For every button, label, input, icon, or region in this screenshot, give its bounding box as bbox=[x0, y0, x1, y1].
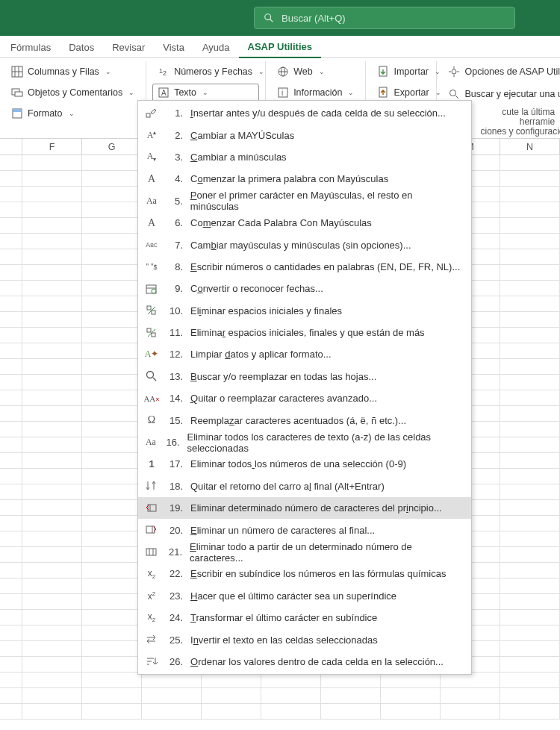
menu-item-label: Invertir el texto en las celdas seleccio… bbox=[190, 634, 378, 646]
menu-item-label: Quitar o reemplazar caracteres avanzado.… bbox=[190, 393, 377, 404]
menu-item-13[interactable]: 13.Buscar y/o reemplazar en todas las ho… bbox=[138, 366, 471, 387]
menu-item-label: Eliminar todos los caracteres de texto (… bbox=[187, 431, 462, 454]
search-run-icon bbox=[448, 88, 460, 100]
omega-icon: Ω bbox=[144, 413, 159, 428]
col-header[interactable]: G bbox=[82, 139, 142, 155]
menu-item-label: Cambiar mayúsculas y minúsculas (sin opc… bbox=[190, 240, 411, 251]
menu-item-7[interactable]: ABC7.Cambiar mayúsculas y minúsculas (si… bbox=[138, 234, 471, 255]
menu-item-10[interactable]: 10.Eliminar espacios iniciales y finales bbox=[138, 300, 471, 322]
menu-item-14[interactable]: AA×14.Quitar o reemplazar caracteres ava… bbox=[138, 387, 471, 409]
informacion-button[interactable]: iInformación⌄ bbox=[272, 84, 359, 102]
menu-item-19[interactable]: 19.Eliminar determinado número de caract… bbox=[138, 497, 471, 519]
svg-point-21 bbox=[452, 69, 456, 74]
menu-item-23[interactable]: x223.Hacer que el último carácter sea un… bbox=[138, 585, 471, 607]
menu-item-6[interactable]: A6.Comenzar Cada Palabra Con Mayúsculas bbox=[138, 212, 471, 234]
texto-button[interactable]: ATexto⌄ bbox=[152, 84, 259, 102]
menu-item-24[interactable]: x224.Transformar el último carácter en s… bbox=[138, 607, 471, 628]
AAx-icon: AA× bbox=[144, 391, 159, 406]
menu-item-17[interactable]: 117.Eliminar todos los números de una se… bbox=[138, 453, 471, 475]
numeros-y-fechas-button[interactable]: 12Números y Fechas⌄ bbox=[152, 63, 259, 81]
menu-item-label: Eliminar un número de caracteres al fina… bbox=[190, 525, 375, 536]
menu-item-3[interactable]: A▾3.Cambiar a minúsculas bbox=[138, 146, 471, 168]
svg-rect-40 bbox=[148, 505, 156, 511]
web-icon bbox=[277, 66, 289, 78]
svg-point-38 bbox=[147, 372, 154, 378]
chevron-down-icon: ⌄ bbox=[128, 89, 134, 96]
svg-rect-35 bbox=[147, 328, 151, 332]
rev-icon bbox=[144, 632, 159, 647]
svg-rect-42 bbox=[146, 526, 155, 533]
menu-item-16[interactable]: Aa16.Eliminar todos los caracteres de te… bbox=[138, 431, 471, 453]
menu-item-label: Cambiar a minúsculas bbox=[190, 152, 287, 163]
menu-item-2[interactable]: A▴2.Cambiar a MAYÚSculas bbox=[138, 124, 471, 146]
svg-point-31 bbox=[152, 289, 156, 293]
opciones-asap-button[interactable]: Opciones de ASAP Utilitie bbox=[443, 63, 560, 81]
svg-line-1 bbox=[270, 19, 273, 22]
menu-item-11[interactable]: 11.Eliminar espacios iniciales, finales … bbox=[138, 322, 471, 343]
menu-item-22[interactable]: x222.Escribir en subíndice los números e… bbox=[138, 563, 471, 584]
menu-item-26[interactable]: 26.Ordenar los valores dentro de cada ce… bbox=[138, 651, 471, 673]
svg-rect-7 bbox=[15, 92, 22, 96]
objetos-y-comentarios-button[interactable]: Objetos y Comentarios⌄ bbox=[6, 84, 140, 102]
menu-item-label: Comenzar la primera palabra con Mayúscul… bbox=[190, 173, 388, 184]
svg-text:A: A bbox=[161, 89, 167, 97]
Adn-icon: A▾ bbox=[144, 149, 159, 164]
menu-item-label: Transformar el último carácter en subínd… bbox=[190, 612, 377, 623]
info-icon: i bbox=[277, 87, 289, 99]
menu-item-18[interactable]: 18.Quitar el retorno del carro al final … bbox=[138, 475, 471, 497]
columnas-y-filas-button[interactable]: Columnas y Filas⌄ bbox=[6, 63, 140, 81]
num$-icon: " "$ bbox=[144, 259, 159, 274]
menu-item-20[interactable]: 20.Eliminar un número de caracteres al f… bbox=[138, 519, 471, 540]
menu-item-8[interactable]: " "$8.Escribir números o cantidades en p… bbox=[138, 256, 471, 278]
formato-button[interactable]: Formato⌄ bbox=[6, 104, 140, 122]
col-header[interactable]: F bbox=[22, 139, 82, 155]
search-box[interactable]: Buscar (Alt+Q) bbox=[254, 7, 515, 29]
col-header[interactable]: N bbox=[500, 139, 560, 155]
tab-revisar[interactable]: Revisar bbox=[103, 37, 154, 57]
texto-dropdown-menu: 1.Insertar antes y/u después de cada cel… bbox=[137, 100, 472, 675]
columns-rows-icon bbox=[11, 66, 23, 78]
svg-point-26 bbox=[450, 90, 456, 96]
tab-ayuda[interactable]: Ayuda bbox=[193, 37, 239, 57]
tab-asap-utilities[interactable]: ASAP Utilities bbox=[239, 37, 321, 58]
importar-button[interactable]: Importar⌄ bbox=[372, 63, 430, 81]
tab-vista[interactable]: Vista bbox=[154, 37, 193, 57]
menu-item-4[interactable]: A4.Comenzar la primera palabra con Mayús… bbox=[138, 168, 471, 190]
delL-icon bbox=[144, 501, 159, 516]
x2d-icon: x2 bbox=[144, 567, 159, 581]
menu-item-15[interactable]: Ω15.Reemplazar caracteres acentuados (á,… bbox=[138, 409, 471, 431]
status-text-2: ciones y configuración bbox=[480, 127, 560, 137]
numbers-dates-icon: 12 bbox=[158, 66, 169, 78]
menu-item-5[interactable]: Aa5.Poner el primer carácter en Mayúscul… bbox=[138, 190, 471, 212]
delM-icon bbox=[144, 545, 159, 560]
Aup-icon: A▴ bbox=[144, 128, 159, 143]
svg-rect-32 bbox=[147, 306, 151, 310]
menu-item-label: Eliminar todo a partir de un determinado… bbox=[190, 541, 462, 564]
menu-item-12[interactable]: A✦12.Limpiar datos y aplicar formato... bbox=[138, 343, 471, 365]
menu-item-label: Cambiar a MAYÚSculas bbox=[190, 130, 294, 141]
svg-text:2: 2 bbox=[163, 69, 167, 77]
A-icon: A bbox=[144, 172, 159, 187]
text-icon: A bbox=[158, 87, 169, 99]
A-icon: A bbox=[144, 216, 159, 231]
chevron-down-icon: ⌄ bbox=[258, 68, 264, 75]
tab-formulas[interactable]: Fórmulas bbox=[1, 37, 60, 57]
search-placeholder: Buscar (Alt+Q) bbox=[281, 13, 346, 24]
title-bar: Buscar (Alt+Q) bbox=[0, 0, 560, 36]
svg-line-39 bbox=[153, 378, 156, 381]
menu-item-label: Buscar y/o reemplazar en todas las hojas… bbox=[190, 371, 376, 382]
svg-rect-28 bbox=[146, 113, 150, 117]
menu-item-9[interactable]: 9.Convertir o reconocer fechas... bbox=[138, 278, 471, 299]
chevron-down-icon: ⌄ bbox=[348, 89, 354, 96]
menu-item-25[interactable]: 25.Invertir el texto en las celdas selec… bbox=[138, 628, 471, 650]
sort-icon bbox=[144, 654, 159, 669]
menu-item-label: Eliminar determinado número de caractere… bbox=[190, 502, 442, 514]
web-button[interactable]: Web⌄ bbox=[272, 63, 359, 81]
exportar-button[interactable]: Exportar⌄ bbox=[372, 84, 430, 102]
menu-item-21[interactable]: 21.Eliminar todo a partir de un determin… bbox=[138, 541, 471, 563]
import-icon bbox=[377, 66, 389, 78]
menu-item-label: Eliminar todos los números de una selecc… bbox=[190, 458, 406, 469]
menu-item-1[interactable]: 1.Insertar antes y/u después de cada cel… bbox=[138, 102, 471, 124]
menu-item-label: Quitar el retorno del carro al final (Al… bbox=[190, 481, 385, 492]
tab-datos[interactable]: Datos bbox=[60, 37, 103, 57]
